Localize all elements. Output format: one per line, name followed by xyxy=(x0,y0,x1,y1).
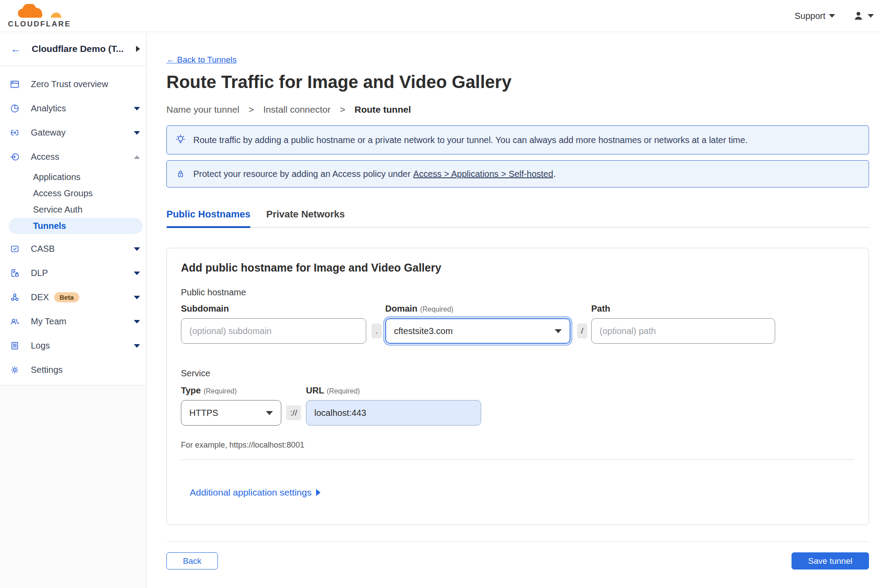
support-label: Support xyxy=(795,11,825,21)
additional-settings-link[interactable]: Additional application settings xyxy=(190,487,320,498)
sidebar-item-gateway[interactable]: Gateway xyxy=(0,121,146,145)
sidebar-item-applications[interactable]: Applications xyxy=(0,169,146,185)
slash-separator: / xyxy=(577,323,587,338)
chevron-down-icon xyxy=(555,329,562,333)
sidebar-item-label: Gateway xyxy=(31,128,134,138)
banner-text-suffix: . xyxy=(553,169,556,179)
sidebar-item-label: DEX xyxy=(31,292,49,302)
add-public-hostname-card: Add public hostname for Image and Video … xyxy=(166,248,869,525)
domain-select[interactable]: cftestsite3.com xyxy=(385,318,571,344)
gear-icon xyxy=(10,365,20,375)
save-tunnel-button[interactable]: Save tunnel xyxy=(792,552,869,570)
breadcrumb-step-name-tunnel[interactable]: Name your tunnel xyxy=(166,104,239,115)
type-selected-value: HTTPS xyxy=(189,408,218,418)
sidebar: ← Cloudflare Demo (T... Zero Trust overv… xyxy=(0,32,147,588)
breadcrumb: Name your tunnel > Install connector > R… xyxy=(166,104,869,115)
path-input[interactable] xyxy=(591,318,775,344)
domain-label: Domain(Required) xyxy=(385,304,571,314)
account-name: Cloudflare Demo (T... xyxy=(32,44,136,54)
pie-chart-icon xyxy=(10,103,20,114)
chevron-down-icon xyxy=(134,320,140,323)
sidebar-item-label: Analytics xyxy=(31,103,134,114)
support-menu[interactable]: Support xyxy=(795,11,835,21)
tab-public-hostnames[interactable]: Public Hostnames xyxy=(166,209,250,227)
account-header: ← Cloudflare Demo (T... xyxy=(0,32,146,66)
sidebar-item-casb[interactable]: CASB xyxy=(0,237,146,261)
domain-label-text: Domain xyxy=(385,304,417,313)
sidebar-item-label: CASB xyxy=(31,244,134,254)
dot-separator: . xyxy=(372,323,382,338)
access-applications-self-hosted-link[interactable]: Access > Applications > Self-hosted xyxy=(413,169,553,179)
route-traffic-info-banner: Route traffic by adding a public hostnam… xyxy=(166,125,869,154)
service-group-label: Service xyxy=(181,368,854,379)
sidebar-item-access[interactable]: Access xyxy=(0,145,146,169)
user-account-menu[interactable] xyxy=(853,10,874,22)
sidebar-item-label: Access xyxy=(31,152,134,162)
sidebar-item-my-team[interactable]: My Team xyxy=(0,309,146,334)
account-back-arrow[interactable]: ← xyxy=(11,43,21,55)
subdomain-input[interactable] xyxy=(181,318,366,344)
required-hint: (Required) xyxy=(420,305,453,313)
back-button[interactable]: Back xyxy=(166,552,218,570)
tabs: Public Hostnames Private Networks xyxy=(166,209,869,228)
back-to-tunnels-link[interactable]: ← Back to Tunnels xyxy=(166,55,236,65)
type-label-text: Type xyxy=(181,386,201,395)
url-label: URL(Required) xyxy=(306,386,481,396)
breadcrumb-separator: > xyxy=(249,104,254,115)
document-lock-icon xyxy=(10,268,20,278)
user-icon xyxy=(853,10,864,22)
service-url-input[interactable] xyxy=(306,400,481,426)
sidebar-item-label: Zero Trust overview xyxy=(31,79,140,89)
subdomain-label: Subdomain xyxy=(181,304,366,314)
public-hostname-group-label: Public hostname xyxy=(181,287,854,298)
chevron-up-icon xyxy=(134,155,140,159)
logs-document-icon xyxy=(10,341,20,351)
sidebar-item-label: Settings xyxy=(31,365,140,375)
beta-badge: Beta xyxy=(54,292,79,302)
chevron-down-icon xyxy=(134,344,140,348)
footer-actions: Back Save tunnel xyxy=(166,552,869,570)
cloudflare-wordmark: CLOUDFLARE xyxy=(8,20,71,29)
card-heading: Add public hostname for Image and Video … xyxy=(181,261,854,274)
card-divider xyxy=(181,459,854,460)
sidebar-item-tunnels[interactable]: Tunnels xyxy=(9,218,143,234)
sidebar-item-label: My Team xyxy=(31,316,134,327)
path-field-group: Path xyxy=(591,304,775,344)
sidebar-item-label: Tunnels xyxy=(33,221,66,231)
chevron-down-icon xyxy=(134,107,140,110)
dex-network-icon xyxy=(10,292,20,302)
subdomain-field-group: Subdomain xyxy=(181,304,366,344)
sidebar-item-settings[interactable]: Settings xyxy=(0,358,146,382)
type-label: Type(Required) xyxy=(181,386,281,396)
sidebar-item-dlp[interactable]: DLP xyxy=(0,261,146,285)
chevron-down-icon xyxy=(134,272,140,275)
banner-text: Route traffic by adding a public hostnam… xyxy=(193,135,747,145)
service-type-select[interactable]: HTTPS xyxy=(181,400,281,426)
sidebar-item-dex[interactable]: DEX Beta xyxy=(0,285,146,309)
page-title: Route Traffic for Image and Video Galler… xyxy=(166,72,869,92)
sidebar-item-service-auth[interactable]: Service Auth xyxy=(0,202,146,218)
chevron-right-icon[interactable] xyxy=(136,46,140,52)
footer-divider xyxy=(166,541,869,542)
sidebar-item-label: Service Auth xyxy=(33,205,82,215)
sidebar-item-zero-trust-overview[interactable]: Zero Trust overview xyxy=(0,72,146,96)
chevron-down-icon xyxy=(266,411,273,415)
browser-window-icon xyxy=(10,79,20,89)
sidebar-item-logs[interactable]: Logs xyxy=(0,334,146,358)
tab-private-networks[interactable]: Private Networks xyxy=(266,209,345,227)
sidebar-footer-area xyxy=(0,385,146,588)
sidebar-item-label: Logs xyxy=(31,341,134,351)
required-hint: (Required) xyxy=(203,387,237,395)
sidebar-item-label: Applications xyxy=(33,172,81,182)
breadcrumb-step-install-connector[interactable]: Install connector xyxy=(263,104,331,115)
casb-icon xyxy=(10,244,20,254)
cloudflare-logo[interactable]: CLOUDFLARE xyxy=(8,4,71,29)
scheme-separator: :// xyxy=(286,405,301,420)
chevron-down-icon xyxy=(134,131,140,135)
domain-selected-value: cftestsite3.com xyxy=(394,326,453,336)
url-label-text: URL xyxy=(306,386,324,395)
url-example-hint: For example, https://localhost:8001 xyxy=(181,441,854,450)
sidebar-item-analytics[interactable]: Analytics xyxy=(0,96,146,121)
chevron-down-icon xyxy=(868,14,874,18)
sidebar-item-access-groups[interactable]: Access Groups xyxy=(0,185,146,202)
